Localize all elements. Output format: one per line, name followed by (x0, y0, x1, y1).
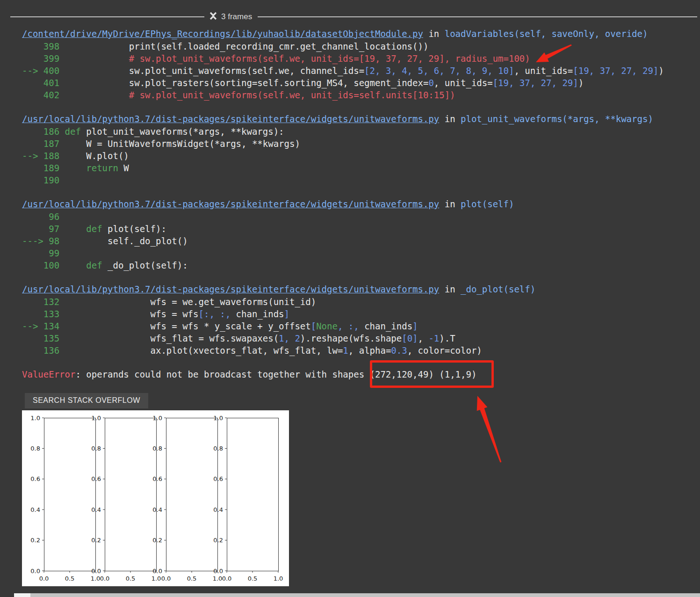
next-cell-top-strip[interactable] (30, 593, 700, 597)
error-line: ValueError: operands could not be broadc… (22, 368, 700, 380)
code-line: 132 wfs = we.get_waveforms(unit_id) (22, 296, 700, 308)
frame-in-label: in (439, 284, 461, 294)
code-segment: def (86, 224, 102, 234)
code-segment: ax.plot(xvectors_flat, wfs_flat, lw= (151, 345, 343, 356)
svg-text:1.0: 1.0 (91, 415, 101, 422)
code-segment: plot(self): (102, 224, 166, 234)
line-gutter: 187 (22, 138, 86, 149)
code-segment: None (316, 321, 338, 331)
code-segment: # sw.plot_unit_waveforms(self.we, unit_i… (129, 53, 530, 64)
svg-text:0.4: 0.4 (213, 506, 223, 513)
frame-header: /content/drive/MyDrive/EPhys_Recordings/… (22, 28, 700, 40)
code-segment: W (118, 163, 129, 173)
divider-line-right (258, 16, 697, 17)
line-gutter: --> 188 (22, 151, 86, 161)
code-line: 399 # sw.plot_unit_waveforms(self.we, un… (22, 52, 700, 65)
frames-collapse-header[interactable]: 3 frames (10, 11, 697, 22)
code-line: 97 def plot(self): (22, 223, 700, 235)
traceback-frames: /content/drive/MyDrive/EPhys_Recordings/… (22, 28, 700, 357)
code-line: 135 wfs_flat = wfs.swapaxes(1, 2).reshap… (22, 332, 700, 344)
svg-text:0.4: 0.4 (152, 506, 162, 513)
search-stack-overflow-button[interactable]: SEARCH STACK OVERFLOW (25, 393, 148, 408)
line-gutter: 96 (22, 211, 65, 222)
svg-text:1.0: 1.0 (213, 575, 223, 582)
svg-text:0.4: 0.4 (30, 506, 40, 513)
line-gutter: 186 (22, 126, 65, 137)
line-gutter: 399 (22, 53, 129, 64)
traceback-frame: /usr/local/lib/python3.7/dist-packages/s… (22, 113, 700, 186)
svg-text:0.8: 0.8 (213, 445, 223, 452)
svg-text:0.8: 0.8 (30, 445, 40, 452)
line-gutter: 97 (22, 224, 86, 234)
svg-text:0.0: 0.0 (222, 575, 232, 582)
divider-line-left (10, 16, 204, 17)
line-gutter: 133 (22, 309, 151, 319)
frame-context: _do_plot(self) (461, 284, 535, 294)
code-line: 189 return W (22, 162, 700, 174)
code-segment: sw.plot_unit_waveforms(self.we, channel_… (129, 66, 364, 76)
traceback-output: 3 frames /content/drive/MyDrive/EPhys_Re… (0, 0, 700, 586)
frame-file-link[interactable]: /usr/local/lib/python3.7/dist-packages/s… (22, 199, 439, 209)
svg-text:1.0: 1.0 (152, 575, 161, 582)
svg-text:1.0: 1.0 (152, 415, 162, 422)
code-segment: -1 (428, 333, 439, 343)
svg-text:0.2: 0.2 (213, 537, 223, 544)
frame-in-label: in (423, 29, 445, 39)
frame-file-link[interactable]: /content/drive/MyDrive/EPhys_Recordings/… (22, 29, 423, 39)
code-segment: ) (578, 78, 584, 88)
svg-text:0.2: 0.2 (91, 537, 101, 544)
svg-text:1.0: 1.0 (91, 575, 101, 582)
code-segment: _do_plot(self): (102, 260, 188, 270)
frame-file-link[interactable]: /usr/local/lib/python3.7/dist-packages/s… (22, 284, 439, 294)
frame-file-link[interactable]: /usr/local/lib/python3.7/dist-packages/s… (22, 114, 439, 124)
code-segment: [0] (402, 333, 418, 343)
frame-header: /usr/local/lib/python3.7/dist-packages/s… (22, 113, 700, 125)
code-segment: [19, 37, 27, 29] (573, 66, 658, 76)
line-gutter: 189 (22, 163, 86, 173)
code-segment: wfs_flat = wfs.swapaxes( (151, 333, 279, 343)
traceback-frame: /usr/local/lib/python3.7/dist-packages/s… (22, 283, 700, 357)
code-segment: , :, (338, 321, 359, 331)
code-segment: ] (284, 309, 289, 319)
frame-context: plot(self) (461, 199, 514, 209)
code-segment: , unit_ids= (434, 78, 493, 88)
code-segment: W = UnitWaveformsWidget(*args, **kwargs) (86, 138, 300, 149)
colab-output-cell: 3 frames /content/drive/MyDrive/EPhys_Re… (0, 0, 700, 597)
svg-text:0.0: 0.0 (213, 568, 223, 575)
code-segment: ) (658, 66, 664, 76)
traceback-frame: /content/drive/MyDrive/EPhys_Recordings/… (22, 28, 700, 101)
svg-text:0.0: 0.0 (91, 568, 101, 575)
code-line: 100 def _do_plot(self): (22, 259, 700, 271)
code-segment: chan_inds (231, 309, 284, 319)
traceback-frame: /usr/local/lib/python3.7/dist-packages/s… (22, 198, 700, 271)
code-line: --> 400 sw.plot_unit_waveforms(self.we, … (22, 65, 700, 77)
code-segment: [19, 37, 27, 29] (493, 78, 578, 88)
svg-text:0.0: 0.0 (161, 575, 171, 582)
collapse-icon (204, 11, 217, 22)
frame-in-label: in (439, 114, 461, 124)
svg-text:0.0: 0.0 (39, 575, 49, 582)
code-segment: , (418, 333, 429, 343)
code-segment: 1, 2 (279, 333, 300, 343)
button-row: SEARCH STACK OVERFLOW (22, 393, 700, 408)
frames-count-label: 3 frames (221, 12, 252, 22)
line-gutter: 132 (22, 297, 151, 307)
code-segment: self._do_plot() (108, 236, 188, 246)
code-line: 190 (22, 174, 700, 186)
svg-text:0.5: 0.5 (187, 575, 197, 582)
svg-text:0.6: 0.6 (152, 475, 162, 482)
code-segment: wfs = wfs * y_scale + y_offset (151, 321, 311, 331)
code-line: 133 wfs = wfs[:, :, chan_inds] (22, 308, 700, 320)
code-line: 402 # sw.plot_unit_waveforms(self.we, un… (22, 89, 700, 101)
code-line: 186 def plot_unit_waveforms(*args, **kwa… (22, 125, 700, 138)
code-segment: ).reshape(wfs.shape (300, 333, 402, 343)
svg-text:1.0: 1.0 (213, 415, 223, 422)
figure-canvas: 1.00.80.60.40.20.00.00.51.01.00.80.60.40… (22, 410, 289, 586)
svg-text:0.2: 0.2 (30, 537, 40, 544)
line-gutter: ---> 98 (22, 236, 108, 246)
code-segment: plot_unit_waveforms(*args, **kwargs): (81, 126, 284, 137)
code-line: 96 (22, 211, 700, 223)
svg-text:0.5: 0.5 (65, 575, 75, 582)
code-segment: wfs = we.get_waveforms(unit_id) (151, 297, 317, 307)
line-gutter: 402 (22, 90, 129, 100)
